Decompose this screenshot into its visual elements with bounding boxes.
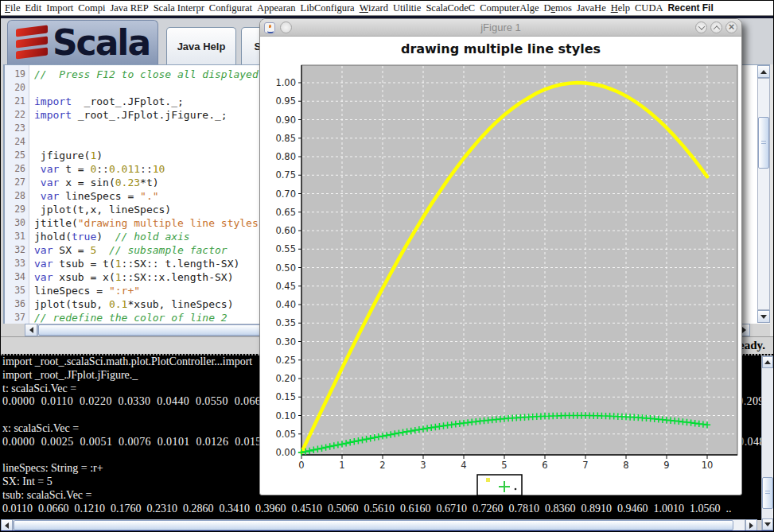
line-number: 26 bbox=[5, 162, 25, 176]
down-arrow-icon bbox=[764, 522, 771, 526]
y-tick-label: 0.90 bbox=[275, 115, 296, 126]
tab-scala-logo[interactable]: Scala bbox=[7, 20, 158, 64]
menu-item-help[interactable]: Help bbox=[611, 2, 630, 14]
menu-item-libconfigura[interactable]: LibConfigura bbox=[301, 2, 355, 14]
menu-item-javahe[interactable]: JavaHe bbox=[577, 2, 606, 14]
menu-item-scala-interpr[interactable]: Scala Interpr bbox=[154, 2, 204, 14]
scroll-down-button[interactable] bbox=[762, 518, 773, 530]
plot-title: drawing multiple line styles bbox=[260, 41, 741, 56]
line-number: 32 bbox=[5, 243, 25, 257]
menu-item-java-rep[interactable]: Java REP bbox=[110, 2, 148, 14]
code-line-21: import _root_.JFplot._; bbox=[34, 95, 184, 108]
line-number-gutter: 19202122232425262728293031323334353637 bbox=[5, 65, 29, 324]
menu-item-import[interactable]: Import bbox=[46, 2, 73, 14]
up-arrow-icon bbox=[764, 360, 771, 364]
code-line-29: jplot(t,x, lineSpecs) bbox=[34, 203, 171, 216]
code-line-34: var xsub = x(1::SX::x.length-SX) bbox=[34, 270, 233, 284]
x-tick-label: 6 bbox=[542, 460, 547, 471]
panel-edge bbox=[770, 64, 774, 336]
legend-box bbox=[477, 475, 522, 495]
scroll-left-button[interactable] bbox=[1, 519, 13, 531]
code-line-32: var SX = 5 // subsample factor bbox=[34, 243, 228, 257]
menu-item-file[interactable]: File bbox=[5, 2, 20, 14]
console-horizontal-scrollbar[interactable] bbox=[1, 519, 761, 531]
left-arrow-icon bbox=[5, 522, 9, 529]
scala-logo-text: Scala bbox=[53, 22, 150, 63]
scroll-thumb[interactable] bbox=[762, 477, 773, 509]
tab-label: Java Help bbox=[177, 41, 226, 52]
line-number: 25 bbox=[5, 149, 25, 162]
y-tick-label: 0.35 bbox=[275, 317, 296, 328]
code-line-26: var t = 0::0.011::10 bbox=[34, 162, 165, 176]
line-number: 21 bbox=[5, 95, 25, 108]
code-line-27: var x = sin(0.23*t) bbox=[34, 176, 159, 189]
window-title: jFigure 1 bbox=[260, 21, 741, 33]
window-title-bar[interactable]: jFigure 1 × bbox=[260, 19, 741, 37]
minimize-icon bbox=[698, 23, 704, 29]
menu-item-demos[interactable]: Demos bbox=[543, 2, 571, 14]
line-number: 27 bbox=[5, 176, 25, 189]
legend-dot-marker bbox=[515, 488, 517, 491]
x-tick-label: 8 bbox=[623, 460, 628, 471]
thumb-grip-icon bbox=[761, 141, 766, 146]
scroll-up-button[interactable] bbox=[762, 356, 773, 368]
editor-vertical-scrollbar[interactable] bbox=[757, 65, 770, 323]
menu-item-compi[interactable]: Compi bbox=[78, 2, 105, 14]
x-tick-label: 4 bbox=[461, 460, 466, 471]
menu-item-cuda[interactable]: CUDA bbox=[635, 2, 663, 14]
x-tick-label: 1 bbox=[339, 460, 344, 471]
scala-logo-icon bbox=[16, 27, 48, 57]
code-line-22: import _root_.JFplot.jFigure._; bbox=[34, 108, 228, 122]
scroll-thumb[interactable] bbox=[758, 117, 769, 169]
code-line-25: jfigure(1) bbox=[34, 149, 103, 162]
x-tick-label: 3 bbox=[420, 460, 426, 471]
tab-java-help[interactable]: Java Help bbox=[166, 27, 236, 64]
line-number: 36 bbox=[5, 297, 25, 311]
code-line-37: // redefine the color of line 2 bbox=[34, 311, 228, 324]
y-tick-label: 0.40 bbox=[275, 299, 296, 310]
scroll-down-button[interactable] bbox=[757, 310, 770, 323]
scroll-left-button[interactable] bbox=[25, 324, 37, 336]
code-line-19: // Press F12 to close all displayed bbox=[34, 68, 265, 81]
menu-item-configurat[interactable]: Configurat bbox=[209, 2, 252, 14]
y-tick-label: 1.00 bbox=[275, 77, 296, 88]
y-tick-label: 0.85 bbox=[275, 133, 296, 144]
y-tick-label: 0.45 bbox=[275, 281, 296, 292]
line-number: 28 bbox=[5, 189, 25, 203]
menu-item-computeralge[interactable]: ComputerAlge bbox=[480, 2, 539, 14]
y-tick-label: 0.10 bbox=[275, 410, 296, 421]
y-tick-label: 0.30 bbox=[275, 336, 296, 348]
line-number: 31 bbox=[5, 230, 25, 243]
console-vertical-scrollbar[interactable] bbox=[761, 355, 774, 531]
down-arrow-icon bbox=[760, 315, 767, 319]
menu-item-edit[interactable]: Edit bbox=[25, 2, 41, 14]
menu-item-recent-fil[interactable]: Recent Fil bbox=[667, 2, 713, 14]
left-arrow-icon bbox=[29, 327, 33, 333]
maximize-icon bbox=[713, 25, 719, 32]
menu-item-utilitie[interactable]: Utilitie bbox=[393, 2, 421, 14]
code-line-36: jplot(tsub, 0.1*xsub, lineSpecs) bbox=[34, 297, 233, 311]
menu-item-appearan[interactable]: Appearan bbox=[257, 2, 296, 14]
jfigure-window[interactable]: jFigure 1 × drawing multiple line styles… bbox=[259, 18, 742, 495]
line-number: 33 bbox=[5, 257, 25, 270]
up-arrow-icon bbox=[760, 70, 767, 74]
menu-item-scalacodec[interactable]: ScalaCodeC bbox=[426, 2, 475, 14]
legend-yellow-marker bbox=[486, 478, 490, 482]
maximize-button[interactable] bbox=[710, 21, 722, 33]
line-number: 23 bbox=[5, 122, 25, 135]
code-line-31: jhold(true) // hold axis bbox=[34, 230, 190, 243]
y-tick-label: 0.25 bbox=[275, 355, 296, 366]
x-tick-label: 9 bbox=[663, 460, 669, 471]
scroll-up-button[interactable] bbox=[757, 65, 770, 78]
plot-svg: 0.000.050.100.150.200.250.300.350.400.45… bbox=[272, 61, 743, 497]
y-tick-label: 0.80 bbox=[275, 151, 296, 162]
menu-item-wizard[interactable]: Wizard bbox=[360, 2, 388, 14]
scroll-right-button[interactable] bbox=[745, 519, 757, 531]
right-arrow-icon bbox=[749, 522, 753, 529]
line-number: 37 bbox=[5, 311, 25, 324]
close-button[interactable]: × bbox=[725, 21, 737, 33]
minimize-button[interactable] bbox=[695, 21, 707, 33]
line-number: 22 bbox=[5, 108, 25, 122]
scroll-thumb[interactable] bbox=[14, 520, 733, 530]
close-icon: × bbox=[729, 21, 735, 32]
